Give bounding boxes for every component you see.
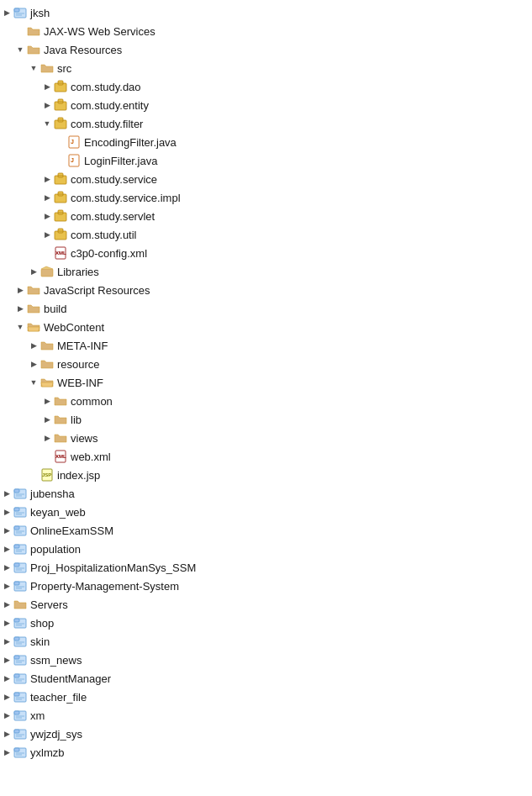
tree-toggle-arrow[interactable] bbox=[0, 524, 13, 537]
project-icon bbox=[13, 6, 27, 19]
svg-text:XML: XML bbox=[55, 454, 66, 459]
svg-rect-5 bbox=[58, 81, 63, 85]
package-icon bbox=[54, 209, 67, 223]
tree-toggle-arrow[interactable] bbox=[13, 320, 27, 334]
tree-toggle-arrow[interactable] bbox=[13, 43, 27, 56]
tree-item-population[interactable]: population bbox=[0, 540, 532, 558]
tree-toggle-arrow[interactable] bbox=[27, 61, 40, 75]
tree-toggle-arrow[interactable] bbox=[40, 98, 54, 112]
tree-item-com.study.service.impl[interactable]: com.study.service.impl bbox=[0, 188, 532, 207]
tree-toggle-arrow[interactable] bbox=[40, 209, 54, 223]
tree-item-label: ywjzdj_sys bbox=[30, 728, 525, 741]
tree-item-label: com.study.util bbox=[71, 229, 525, 241]
package-icon bbox=[54, 117, 67, 130]
package-icon bbox=[54, 191, 67, 204]
tree-item-xm[interactable]: xm bbox=[0, 706, 532, 725]
tree-toggle-arrow[interactable] bbox=[0, 727, 13, 741]
svg-rect-61 bbox=[14, 619, 19, 622]
tree-toggle-arrow[interactable] bbox=[27, 357, 40, 371]
tree-item-WebContent[interactable]: WebContent bbox=[0, 318, 532, 336]
tree-toggle-arrow[interactable] bbox=[27, 265, 40, 278]
tree-item-build[interactable]: build bbox=[0, 299, 532, 318]
tree-toggle-arrow[interactable] bbox=[0, 579, 13, 593]
tree-item-Libraries[interactable]: Libraries bbox=[0, 262, 532, 281]
tree-item-c3p0-config.xml[interactable]: XML c3p0-config.xml bbox=[0, 244, 532, 262]
tree-toggle-arrow[interactable] bbox=[0, 505, 13, 519]
tree-item-com.study.service[interactable]: com.study.service bbox=[0, 170, 532, 188]
tree-item-src[interactable]: src bbox=[0, 59, 532, 77]
tree-item-META-INF[interactable]: META-INF bbox=[0, 336, 532, 355]
tree-item-WEB-INF[interactable]: WEB-INF bbox=[0, 373, 532, 392]
tree-toggle-arrow[interactable] bbox=[40, 117, 54, 130]
tree-item-jksh[interactable]: jksh bbox=[0, 3, 532, 22]
tree-item-label: WebContent bbox=[44, 321, 525, 334]
tree-item-resource[interactable]: resource bbox=[0, 355, 532, 373]
tree-toggle-arrow[interactable] bbox=[40, 228, 54, 241]
tree-item-StudentManager[interactable]: StudentManager bbox=[0, 669, 532, 688]
tree-toggle-arrow[interactable] bbox=[40, 191, 54, 204]
tree-toggle-arrow[interactable] bbox=[0, 561, 13, 574]
tree-toggle-arrow[interactable] bbox=[27, 376, 40, 389]
tree-toggle-arrow[interactable] bbox=[0, 746, 13, 759]
tree-item-yxlmzb[interactable]: yxlmzb bbox=[0, 743, 532, 762]
svg-rect-57 bbox=[14, 582, 19, 585]
tree-toggle-arrow[interactable] bbox=[40, 413, 54, 426]
tree-toggle-arrow[interactable] bbox=[40, 431, 54, 445]
tree-toggle-arrow[interactable] bbox=[0, 709, 13, 722]
svg-rect-8 bbox=[58, 99, 63, 103]
tree-toggle-arrow[interactable] bbox=[40, 172, 54, 186]
tree-item-com.study.servlet[interactable]: com.study.servlet bbox=[0, 207, 532, 225]
tree-item-shop[interactable]: shop bbox=[0, 614, 532, 632]
tree-item-keyan_web[interactable]: keyan_web bbox=[0, 503, 532, 521]
svg-rect-53 bbox=[14, 563, 19, 567]
svg-rect-49 bbox=[14, 545, 19, 548]
svg-rect-31 bbox=[41, 269, 53, 277]
tree-item-java-resources[interactable]: Java Resources bbox=[0, 40, 532, 59]
tree-item-lib[interactable]: lib bbox=[0, 410, 532, 429]
tree-toggle-arrow[interactable] bbox=[13, 302, 27, 315]
package-icon bbox=[54, 98, 67, 112]
tree-item-ywjzdj_sys[interactable]: ywjzdj_sys bbox=[0, 725, 532, 743]
tree-item-jubensha[interactable]: jubensha bbox=[0, 484, 532, 503]
tree-toggle-arrow[interactable] bbox=[40, 394, 54, 408]
tree-toggle-arrow[interactable] bbox=[0, 6, 13, 19]
tree-item-com.study.dao[interactable]: com.study.dao bbox=[0, 77, 532, 96]
tree-toggle-arrow[interactable] bbox=[0, 672, 13, 685]
tree-item-ssm_news[interactable]: ssm_news bbox=[0, 651, 532, 669]
tree-item-label: com.study.dao bbox=[71, 81, 525, 93]
tree-toggle-arrow[interactable] bbox=[13, 283, 27, 297]
tree-toggle-arrow[interactable] bbox=[0, 616, 13, 630]
tree-item-jax-ws[interactable]: JAX-WS Web Services bbox=[0, 22, 532, 40]
tree-toggle-arrow[interactable] bbox=[0, 487, 13, 500]
tree-item-skin[interactable]: skin bbox=[0, 632, 532, 651]
tree-item-label: com.study.servlet bbox=[71, 210, 525, 223]
tree-toggle-arrow[interactable] bbox=[0, 635, 13, 648]
tree-no-arrow bbox=[54, 135, 67, 149]
tree-item-Proj_HospitalizationManSys_SSM[interactable]: Proj_HospitalizationManSys_SSM bbox=[0, 558, 532, 577]
tree-toggle-arrow[interactable] bbox=[0, 690, 13, 704]
tree-item-com.study.entity[interactable]: com.study.entity bbox=[0, 96, 532, 114]
tree-toggle-arrow[interactable] bbox=[0, 653, 13, 667]
tree-toggle-arrow[interactable] bbox=[27, 339, 40, 352]
tree-item-com.study.filter[interactable]: com.study.filter bbox=[0, 114, 532, 133]
tree-item-web.xml[interactable]: XML web.xml bbox=[0, 447, 532, 466]
tree-toggle-arrow[interactable] bbox=[40, 80, 54, 93]
tree-item-javascript-resources[interactable]: JavaScript Resources bbox=[0, 281, 532, 299]
tree-item-OnlineExamSSM[interactable]: OnlineExamSSM bbox=[0, 521, 532, 540]
tree-toggle-arrow[interactable] bbox=[0, 542, 13, 556]
tree-item-EncodingFilter.java[interactable]: J EncodingFilter.java bbox=[0, 133, 532, 151]
svg-rect-27 bbox=[58, 229, 63, 233]
project-icon bbox=[13, 579, 27, 593]
tree-toggle-arrow[interactable] bbox=[0, 598, 13, 611]
tree-item-LoginFilter.java[interactable]: J LoginFilter.java bbox=[0, 151, 532, 170]
tree-item-common[interactable]: common bbox=[0, 392, 532, 410]
tree-item-views[interactable]: views bbox=[0, 429, 532, 447]
tree-item-index.jsp[interactable]: JSP index.jsp bbox=[0, 466, 532, 484]
tree-item-label: ssm_news bbox=[30, 654, 525, 667]
libraries-icon bbox=[40, 265, 54, 278]
tree-item-Servers[interactable]: Servers bbox=[0, 595, 532, 614]
svg-rect-89 bbox=[14, 748, 19, 751]
tree-item-Property-Management-System[interactable]: Property-Management-System bbox=[0, 577, 532, 595]
tree-item-teacher_file[interactable]: teacher_file bbox=[0, 688, 532, 706]
tree-item-com.study.util[interactable]: com.study.util bbox=[0, 225, 532, 244]
